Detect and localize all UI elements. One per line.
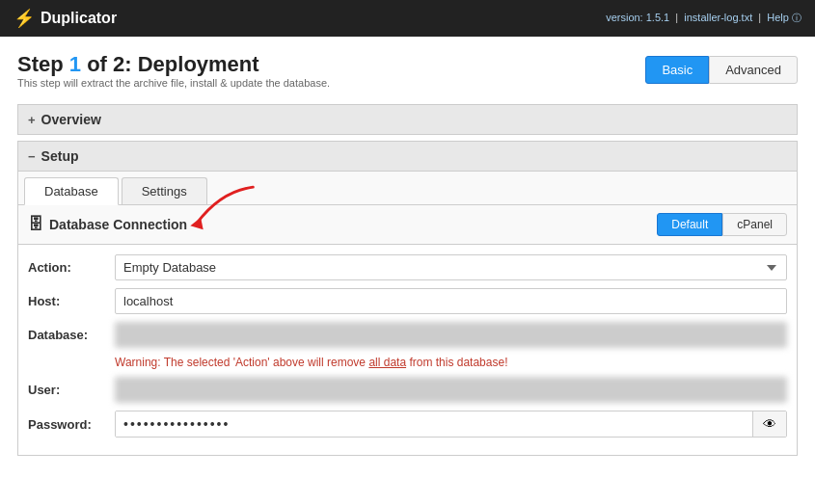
db-connection-label: Database Connection xyxy=(49,217,187,232)
database-input[interactable] xyxy=(115,322,787,348)
warning-link[interactable]: all data xyxy=(368,356,406,369)
action-label: Action: xyxy=(28,260,115,275)
setup-label: Setup xyxy=(41,148,79,164)
db-connection-title: 🗄 Database Connection xyxy=(28,216,187,233)
setup-section: − Setup Database Settings 🗄 Database Con… xyxy=(17,141,798,456)
tab-database[interactable]: Database xyxy=(24,177,119,205)
default-db-button[interactable]: Default xyxy=(657,213,722,236)
db-connection-header: 🗄 Database Connection Default cPanel xyxy=(17,205,798,245)
logo: ⚡ Duplicator xyxy=(14,8,117,29)
overview-section: + Overview xyxy=(17,104,798,135)
host-input[interactable] xyxy=(115,288,787,314)
user-input[interactable] xyxy=(115,377,787,403)
action-select[interactable]: Empty Database Overwrite Database MySQL … xyxy=(115,254,787,280)
password-input[interactable] xyxy=(116,411,752,437)
user-label: User: xyxy=(28,383,115,397)
tabs-row: Database Settings xyxy=(17,172,798,205)
setup-collapse-icon: − xyxy=(28,149,36,164)
host-label: Host: xyxy=(28,294,115,308)
warning-text: Warning: The selected 'Action' above wil… xyxy=(115,356,507,369)
step-number: 1 xyxy=(69,52,81,76)
database-label: Database: xyxy=(28,328,115,342)
setup-header[interactable]: − Setup xyxy=(17,141,798,172)
installer-log-link[interactable]: installer-log.txt xyxy=(684,12,752,23)
bolt-icon: ⚡ xyxy=(14,8,35,29)
action-row: Action: Empty Database Overwrite Databas… xyxy=(28,254,787,280)
mode-toggle: Basic Advanced xyxy=(645,56,798,84)
page-title: Step 1 of 2: Deployment xyxy=(17,52,330,77)
step-suffix: of 2: Deployment xyxy=(81,52,259,76)
overview-expand-icon: + xyxy=(28,113,36,127)
cpanel-db-button[interactable]: cPanel xyxy=(722,213,787,236)
help-link[interactable]: Help xyxy=(767,12,789,23)
database-icon: 🗄 xyxy=(28,216,43,233)
app-title: Duplicator xyxy=(41,10,117,27)
user-row: User: xyxy=(28,377,787,403)
warning-pre: Warning: The selected 'Action' above wil… xyxy=(115,356,368,369)
step-label: Step xyxy=(17,52,69,76)
password-wrapper: 👁 xyxy=(115,411,787,438)
warning-post: from this database! xyxy=(406,356,507,369)
step-subtitle: This step will extract the archive file,… xyxy=(17,77,330,89)
version-link[interactable]: version: 1.5.1 xyxy=(606,12,669,23)
warning-row: Warning: The selected 'Action' above wil… xyxy=(28,356,787,369)
tab-settings[interactable]: Settings xyxy=(122,177,207,204)
form-area: Action: Empty Database Overwrite Databas… xyxy=(17,245,798,456)
database-row: Database: xyxy=(28,322,787,348)
password-label: Password: xyxy=(28,417,115,432)
password-toggle-button[interactable]: 👁 xyxy=(752,411,786,437)
overview-header[interactable]: + Overview xyxy=(17,104,798,135)
svg-marker-0 xyxy=(190,218,203,230)
advanced-mode-button[interactable]: Advanced xyxy=(709,56,798,84)
top-bar: ⚡ Duplicator version: 1.5.1 | installer-… xyxy=(0,0,815,37)
step-header: Step 1 of 2: Deployment This step will e… xyxy=(17,52,798,100)
db-type-toggle: Default cPanel xyxy=(657,213,787,236)
overview-label: Overview xyxy=(41,112,101,127)
header-links: version: 1.5.1 | installer-log.txt | Hel… xyxy=(606,12,801,25)
host-row: Host: xyxy=(28,288,787,314)
password-row: Password: 👁 xyxy=(28,411,787,438)
basic-mode-button[interactable]: Basic xyxy=(645,56,709,84)
main-content: Step 1 of 2: Deployment This step will e… xyxy=(0,37,815,471)
